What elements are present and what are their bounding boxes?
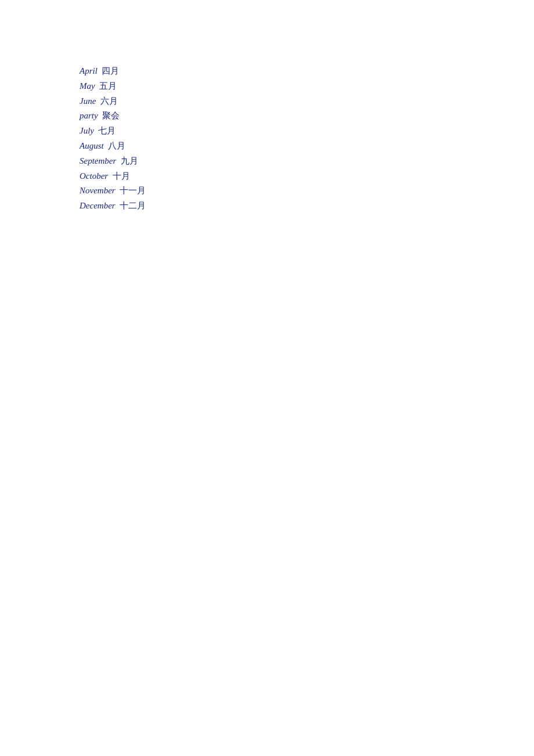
chinese-word: 六月 [100, 96, 118, 106]
chinese-word: 十一月 [120, 186, 146, 195]
list-item: party 聚会 [80, 109, 534, 124]
english-word: September [80, 156, 116, 165]
chinese-word: 十二月 [120, 201, 146, 210]
chinese-word: 五月 [99, 81, 117, 91]
chinese-word: 九月 [121, 156, 138, 165]
list-item: October 十月 [80, 169, 534, 184]
english-word: April [80, 66, 98, 75]
english-word: November [80, 186, 116, 195]
list-item: August 八月 [80, 139, 534, 154]
english-word: June [80, 96, 96, 106]
list-item: May 五月 [80, 79, 534, 94]
english-word: July [80, 126, 94, 135]
english-word: December [80, 201, 116, 210]
vocab-list: April 四月May 五月June 六月party 聚会July 七月Augu… [0, 0, 534, 214]
english-word: October [80, 171, 108, 181]
list-item: September 九月 [80, 154, 534, 169]
list-item: April 四月 [80, 64, 534, 79]
english-word: May [80, 81, 95, 91]
list-item: June 六月 [80, 94, 534, 109]
list-item: December 十二月 [80, 199, 534, 214]
chinese-word: 聚会 [102, 111, 120, 120]
chinese-word: 十月 [113, 171, 130, 181]
english-word: August [80, 141, 104, 150]
list-item: November 十一月 [80, 183, 534, 199]
english-word: party [80, 111, 98, 120]
list-item: July 七月 [80, 124, 534, 139]
chinese-word: 四月 [102, 66, 119, 75]
chinese-word: 八月 [108, 141, 125, 150]
chinese-word: 七月 [98, 126, 116, 135]
